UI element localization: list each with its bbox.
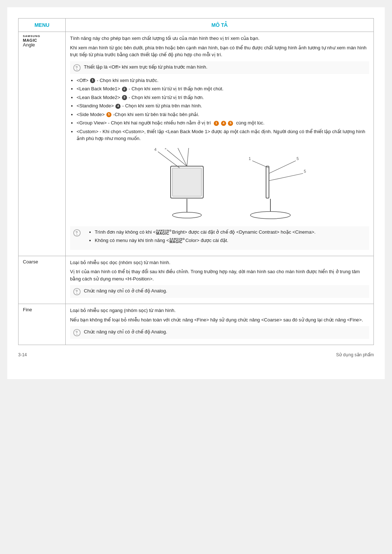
angle-note1-text: Thiết lập là <Off> khi xem trực tiếp từ … [84, 63, 207, 71]
svg-line-17 [252, 161, 269, 168]
fine-label: Fine [23, 307, 32, 312]
content-cell-angle: Tính năng này cho phép bạn xem chất lượn… [66, 32, 374, 256]
angle-note1-box: Thiết lập là <Off> khi xem trực tiếp từ … [70, 61, 369, 74]
svg-rect-5 [172, 168, 201, 196]
svg-rect-16 [266, 166, 269, 198]
angle-note2-box: Trình đơn này không có khi <SAMSUNGMAGIC… [70, 226, 369, 250]
list-item: Không có menu này khi tính năng <SAMSUNG… [95, 237, 315, 244]
fine-note-text: Chức năng này chỉ có ở chế độ Analog. [84, 328, 167, 336]
angle-intro1: Tính năng này cho phép bạn xem chất lượn… [70, 35, 369, 42]
svg-point-28 [77, 335, 77, 335]
coarse-note-box: Chức năng này chỉ có ở chế độ Analog. [70, 285, 369, 298]
num-2: 2 [122, 87, 127, 92]
coarse-intro2: Vị trí của màn hình có thể bị thay đổi s… [70, 268, 369, 282]
svg-point-24 [77, 235, 77, 235]
menu-cell-coarse: Coarse [19, 256, 66, 304]
num-4b: 4 [221, 121, 226, 126]
list-item: Trình đơn này không có khi <SAMSUNGMAGIC… [95, 229, 315, 236]
angle-intro2: Khi xem màn hình từ góc bên dưới, phía t… [70, 44, 369, 58]
table-row: Coarse Loại bỏ nhiễu sọc dọc (nhóm sọc) … [19, 256, 374, 304]
fine-intro1: Loại bỏ nhiễu sọc ngang (nhóm sọc) từ mà… [70, 307, 369, 314]
svg-line-7 [167, 150, 187, 166]
list-item: <Group View> - Chọn khi hai người hoặc n… [77, 119, 369, 127]
num-1: 1 [90, 78, 95, 83]
svg-point-1 [77, 70, 77, 70]
list-item: <Lean Back Mode2> 3 - Chọn khi xem từ từ… [77, 94, 369, 101]
svg-text:5: 5 [304, 169, 306, 173]
fine-intro2: Nếu bạn không thể loại bỏ nhiễu hoàn toà… [70, 316, 369, 324]
header-mota: MÔ TẢ [66, 19, 374, 32]
coarse-note-text: Chức năng này chỉ có ở chế độ Analog. [84, 287, 167, 295]
content-cell-fine: Loại bỏ nhiễu sọc ngang (nhóm sọc) từ mà… [66, 304, 374, 345]
list-item: <Lean Back Mode1> 2 - Chọn khi xem từ từ… [77, 85, 369, 93]
menu-cell-angle: SAMSUNG MAGIC Angle [19, 32, 66, 256]
note-icon-1 [73, 64, 81, 72]
table-row: Fine Loại bỏ nhiễu sọc ngang (nhóm sọc) … [19, 304, 374, 345]
menu-cell-fine: Fine [19, 304, 66, 345]
angle-diagram: 4 1 2 3 [70, 148, 369, 221]
header-menu: MENU [19, 19, 66, 32]
coarse-label: Coarse [23, 259, 38, 264]
angle-note2-list: Trình đơn này không có khi <SAMSUNGMAGIC… [95, 229, 315, 246]
svg-text:4: 4 [154, 148, 156, 152]
list-item: <Custom> - Khi chọn <Custom>, thiết lập … [77, 128, 369, 142]
num-3: 3 [122, 95, 127, 100]
svg-point-2 [172, 212, 201, 218]
svg-point-14 [250, 212, 290, 219]
note-icon-fine [73, 329, 81, 337]
fine-note-box: Chức năng này chỉ có ở chế độ Analog. [70, 326, 369, 339]
svg-text:1: 1 [249, 156, 251, 161]
note-icon-2 [73, 229, 81, 237]
table-row: SAMSUNG MAGIC Angle Tính năng này cho ph… [19, 32, 374, 256]
list-item: <Standing Mode> 4 - Chọn khi xem từ phía… [77, 102, 369, 110]
main-table: MENU MÔ TẢ SAMSUNG MAGIC Angle Tính năng… [18, 18, 374, 345]
list-item: <Side Mode> 5 -Chọn khi xem từ bên trái … [77, 111, 369, 118]
svg-point-26 [77, 294, 77, 294]
svg-text:1: 1 [164, 148, 167, 150]
note-icon-coarse [73, 288, 81, 296]
page: MENU MÔ TẢ SAMSUNG MAGIC Angle Tính năng… [7, 7, 385, 379]
list-item: <Off> 1 - Chọn khi xem từ phía trước. [77, 77, 369, 84]
footer-page-number: 3-14 [18, 352, 27, 357]
footer-section-title: Sử dụng sản phẩm [336, 352, 374, 357]
svg-line-9 [187, 148, 189, 166]
content-cell-coarse: Loại bỏ nhiễu sọc dọc (nhóm sọc) từ màn … [66, 256, 374, 304]
coarse-intro1: Loại bỏ nhiễu sọc dọc (nhóm sọc) từ màn … [70, 259, 369, 266]
footer: 3-14 Sử dụng sản phẩm [18, 352, 374, 357]
num-5: 5 [106, 112, 111, 117]
svg-line-6 [158, 152, 180, 168]
num-4: 4 [115, 104, 121, 109]
svg-line-18 [269, 161, 296, 173]
num-1b: 1 [214, 121, 219, 126]
angle-bullets-list: <Off> 1 - Chọn khi xem từ phía trước. <L… [77, 77, 369, 142]
svg-text:5: 5 [297, 156, 299, 161]
svg-line-8 [178, 148, 187, 166]
svg-line-19 [269, 173, 303, 181]
samsung-magic-angle-label: SAMSUNG MAGIC Angle [23, 35, 61, 48]
num-5b: 5 [228, 121, 233, 126]
